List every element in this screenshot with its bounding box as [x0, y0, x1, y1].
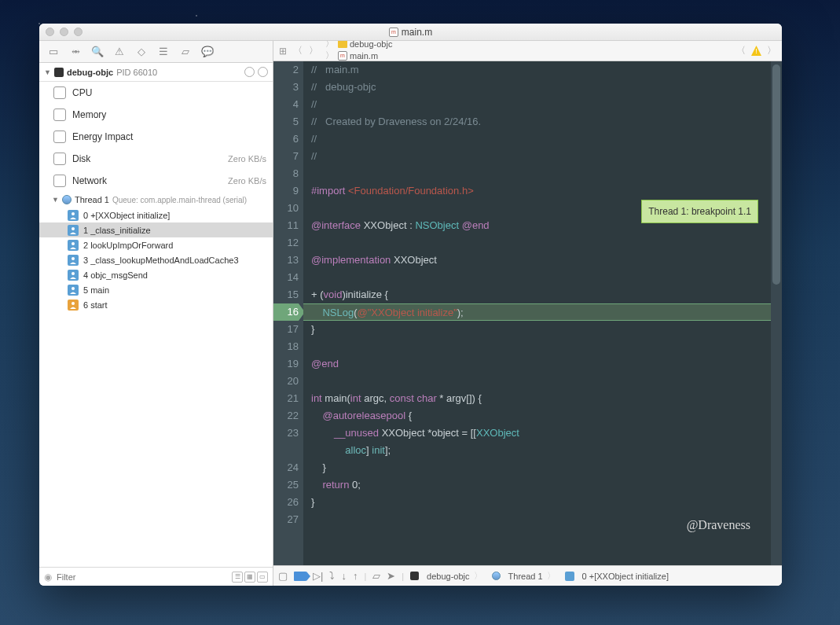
code-line[interactable]	[311, 165, 782, 182]
code-line[interactable]: int main(int argc, const char * argv[]) …	[311, 390, 782, 407]
filter-opt-1-icon[interactable]: ☰	[232, 572, 243, 583]
code-line[interactable]: }	[311, 494, 782, 511]
step-over-icon[interactable]: ⤵	[329, 570, 335, 582]
hide-debug-icon[interactable]: ▢	[278, 570, 288, 582]
thread-row[interactable]: ▼ Thread 1 Queue: com.apple.main-thread …	[39, 192, 273, 208]
frame-icon	[68, 210, 79, 221]
code-line[interactable]	[311, 373, 782, 390]
code-line[interactable]: @end	[311, 355, 782, 373]
view-options-icon-2[interactable]	[258, 67, 268, 77]
code-line[interactable]: + (void)initialize {	[311, 286, 782, 303]
code-line[interactable]: #import <Foundation/Foundation.h>	[311, 182, 782, 200]
gauge-row-net[interactable]: NetworkZero KB/s	[39, 170, 273, 192]
next-issue-icon[interactable]: 〉	[765, 44, 779, 57]
code-line[interactable]: //	[311, 131, 782, 148]
code-line[interactable]	[311, 234, 782, 252]
frame-icon	[68, 255, 79, 266]
titlebar[interactable]: m main.m	[39, 24, 782, 41]
filter-opt-2-icon[interactable]: ▦	[244, 572, 255, 583]
energy-icon	[53, 131, 66, 143]
thread-icon	[62, 195, 72, 204]
debug-process-crumb[interactable]: debug-objc〉	[425, 570, 485, 582]
svg-point-0	[72, 212, 75, 215]
breadcrumb-item[interactable]: 〉mmain.m	[322, 50, 394, 61]
chevron-down-icon[interactable]: ▼	[52, 196, 59, 204]
back-icon[interactable]: 〈	[291, 44, 305, 57]
test-icon[interactable]: ◇	[135, 46, 148, 58]
watermark: @Draveness	[687, 517, 750, 534]
code-line[interactable]: NSLog(@"XXObject initialize");	[303, 303, 782, 321]
step-in-icon[interactable]: ↓	[341, 570, 347, 582]
debug-bar: ▢ ▷| ⤵ ↓ ↑ | ▱ ➤ | debug-objc〉 Thread 1〉…	[273, 565, 782, 586]
gauge-row-energy[interactable]: Energy Impact	[39, 126, 273, 148]
forward-icon[interactable]: 〉	[306, 44, 321, 57]
breakpoints-toggle-icon[interactable]	[294, 572, 306, 581]
frame-icon	[565, 572, 574, 581]
stack-frame-row[interactable]: 4 objc_msgSend	[39, 267, 273, 282]
code-line[interactable]: // Created by Draveness on 2/24/16.	[311, 113, 782, 131]
symbol-icon[interactable]: ⥈	[69, 46, 82, 58]
code-line[interactable]: }	[311, 459, 782, 476]
debug-thread-crumb[interactable]: Thread 1〉	[507, 570, 559, 582]
search-icon[interactable]: 🔍	[91, 46, 104, 58]
traffic-lights[interactable]	[46, 28, 83, 36]
filter-input[interactable]	[57, 572, 227, 582]
debug-frame-crumb[interactable]: 0 +[XXObject initialize]	[581, 572, 670, 581]
report-icon[interactable]: 💬	[201, 46, 214, 58]
related-items-icon[interactable]: ⊞	[277, 46, 289, 57]
cpu-icon	[53, 86, 66, 99]
scrollbar[interactable]	[771, 61, 782, 565]
gauge-row-mem[interactable]: Memory	[39, 104, 273, 126]
frame-icon	[68, 240, 79, 251]
process-row[interactable]: ▼ debug-objc PID 66010	[39, 63, 273, 82]
code-line[interactable]: @implementation XXObject	[311, 252, 782, 269]
code-line[interactable]: __unused XXObject *object = [[XXObject	[311, 425, 782, 442]
minimize-icon[interactable]	[60, 28, 68, 36]
location-icon[interactable]: ➤	[387, 570, 395, 582]
navigator-selector-bar: ▭ ⥈ 🔍 ⚠ ◇ ☰ ▱ 💬	[39, 41, 273, 63]
window-title: m main.m	[389, 27, 432, 38]
close-icon[interactable]	[46, 28, 54, 36]
view-debug-icon[interactable]: ▱	[372, 570, 380, 582]
stack-frame-row[interactable]: 0 +[XXObject initialize]	[39, 208, 273, 222]
zoom-icon[interactable]	[74, 28, 83, 36]
debug-icon[interactable]: ☰	[157, 46, 170, 58]
view-options-icon[interactable]	[244, 67, 255, 77]
folder-icon[interactable]: ▭	[47, 46, 60, 58]
svg-point-5	[72, 287, 75, 290]
stack-frame-row[interactable]: 2 lookUpImpOrForward	[39, 237, 273, 252]
warning-icon[interactable]: !	[751, 46, 761, 56]
gauge-row-cpu[interactable]: CPU	[39, 82, 273, 104]
stack-frame-row[interactable]: 1 _class_initialize	[39, 222, 273, 237]
stack-frame-row[interactable]: 6 start	[39, 297, 273, 312]
stack-frame-row[interactable]: 5 main	[39, 282, 273, 297]
code-line[interactable]: @autoreleasepool {	[311, 407, 782, 425]
code-line[interactable]: //	[311, 96, 782, 113]
breadcrumb-item[interactable]: 〉debug-objc	[322, 41, 394, 50]
line-gutter[interactable]: 2345678910111213141516171819202122232425…	[273, 61, 303, 565]
code-line[interactable]: // main.m	[311, 61, 782, 79]
chevron-down-icon[interactable]: ▼	[44, 68, 51, 76]
code-editor[interactable]: 2345678910111213141516171819202122232425…	[273, 61, 782, 565]
code-line[interactable]: }	[311, 321, 782, 338]
jump-bar[interactable]: ⊞ 〈 〉 objc〉debug-objc〉mmain.m〉No Selecti…	[273, 41, 782, 61]
code-line[interactable]	[311, 338, 782, 355]
code-line[interactable]: // debug-objc	[311, 79, 782, 96]
code-line[interactable]: return 0;	[311, 476, 782, 494]
issue-icon[interactable]: ⚠	[113, 46, 126, 58]
filter-opt-3-icon[interactable]: ▭	[257, 572, 268, 583]
code-line[interactable]: alloc] init];	[311, 442, 782, 459]
scrollbar-thumb[interactable]	[772, 64, 780, 285]
stack-frame-row[interactable]: 3 _class_lookupMethodAndLoadCache3	[39, 252, 273, 267]
step-out-icon[interactable]: ↑	[353, 570, 358, 582]
filter-icon[interactable]: ◉	[44, 572, 52, 583]
code-line[interactable]: //	[311, 148, 782, 165]
svg-point-4	[72, 272, 75, 275]
breakpoint-icon[interactable]: ▱	[179, 46, 192, 58]
gauge-row-disk[interactable]: DiskZero KB/s	[39, 148, 273, 170]
xcode-window: m main.m ▭ ⥈ 🔍 ⚠ ◇ ☰ ▱ 💬 ▼ debug-objc PI…	[39, 24, 782, 586]
code-line[interactable]	[311, 269, 782, 286]
prev-issue-icon[interactable]: 〈	[734, 44, 748, 57]
frame-icon	[68, 270, 79, 281]
continue-icon[interactable]: ▷|	[313, 570, 323, 582]
